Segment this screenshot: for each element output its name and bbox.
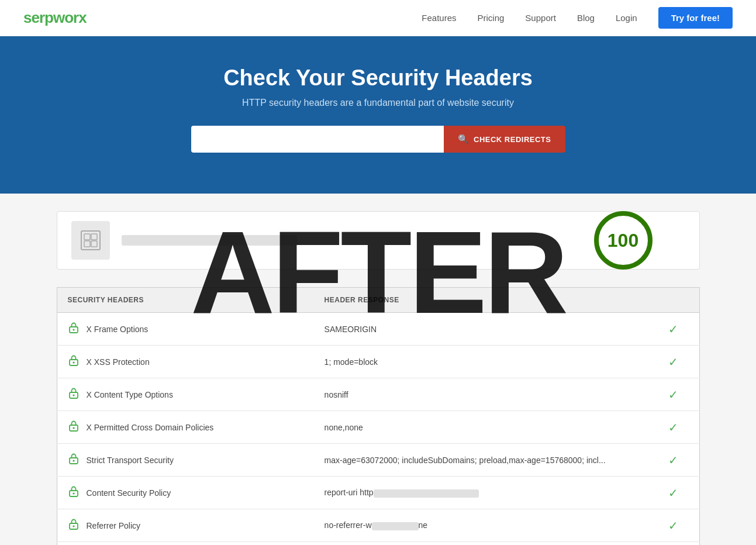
header-name: X Frame Options xyxy=(87,325,149,334)
check-icon: ✓ xyxy=(668,454,678,467)
svg-rect-18 xyxy=(73,526,74,527)
url-input[interactable] xyxy=(191,126,444,153)
score-circle: 100 xyxy=(594,211,653,270)
header-name: X Content Type Options xyxy=(87,390,173,399)
col-header-status xyxy=(648,288,699,313)
svg-rect-8 xyxy=(73,362,74,364)
header-response-cell: nosniff xyxy=(314,378,648,411)
site-icon xyxy=(71,221,110,260)
url-placeholder xyxy=(122,235,297,246)
check-cell: ✓ xyxy=(648,444,699,477)
check-icon: ✓ xyxy=(668,421,678,434)
header-response-cell: none,none xyxy=(314,411,648,444)
lock-icon xyxy=(68,419,80,435)
navbar: serpworx Features Pricing Support Blog L… xyxy=(0,0,756,36)
check-icon: ✓ xyxy=(668,519,678,532)
nav-support[interactable]: Support xyxy=(525,13,556,23)
nav-features[interactable]: Features xyxy=(422,13,456,23)
check-cell: ✓ xyxy=(648,378,699,411)
result-section: 100 xyxy=(0,194,756,287)
button-label: CHECK REDIRECTS xyxy=(474,135,551,144)
check-icon: ✓ xyxy=(668,323,678,336)
header-response-cell: geolocation=(self '), microphone=(), acc… xyxy=(314,542,648,546)
svg-rect-2 xyxy=(91,234,97,240)
check-cell: ✓ xyxy=(648,509,699,542)
table-row: X XSS Protection 1; mode=block✓ xyxy=(57,346,699,378)
hero-subtitle: HTTP security headers are a fundamental … xyxy=(12,98,744,108)
check-cell: ✓ xyxy=(648,346,699,378)
lock-icon xyxy=(68,321,80,337)
check-cell: ✓ xyxy=(648,477,699,509)
svg-rect-12 xyxy=(73,427,74,429)
table-row: Feature Policy geolocation=(self '), mic… xyxy=(57,542,699,546)
header-name-cell: X Frame Options xyxy=(57,313,314,346)
check-icon: ✓ xyxy=(668,356,678,368)
header-response-cell: report-uri http xyxy=(314,477,648,509)
header-name-cell: X Permitted Cross Domain Policies xyxy=(57,411,314,444)
nav-links: Features Pricing Support Blog Login Try … xyxy=(422,7,733,29)
lock-icon xyxy=(68,452,80,468)
svg-rect-1 xyxy=(84,234,90,240)
hero-form: 🔍 CHECK REDIRECTS xyxy=(191,126,565,153)
svg-rect-3 xyxy=(84,241,90,247)
header-name: X XSS Protection xyxy=(87,357,150,367)
nav-login[interactable]: Login xyxy=(616,13,637,23)
score-value: 100 xyxy=(607,230,638,251)
check-redirects-button[interactable]: 🔍 CHECK REDIRECTS xyxy=(444,126,565,153)
header-response-cell: 1; mode=block xyxy=(314,346,648,378)
svg-rect-14 xyxy=(73,460,74,462)
check-icon: ✓ xyxy=(668,487,678,499)
hero-title: Check Your Security Headers xyxy=(12,65,744,91)
table-row: Strict Transport Security max-age=630720… xyxy=(57,444,699,477)
check-cell: ✓ xyxy=(648,313,699,346)
col-header-security: SECURITY HEADERS xyxy=(57,288,314,313)
header-response-cell: no-referrer-wne xyxy=(314,509,648,542)
lock-icon xyxy=(68,518,80,533)
header-response-cell: max-age=63072000; includeSubDomains; pre… xyxy=(314,444,648,477)
search-icon: 🔍 xyxy=(458,134,470,144)
header-name: X Permitted Cross Domain Policies xyxy=(87,423,214,432)
check-cell: ✓ xyxy=(648,411,699,444)
table-row: Referrer Policy no-referrer-wne✓ xyxy=(57,509,699,542)
logo-black: serp xyxy=(23,9,53,26)
svg-rect-16 xyxy=(73,493,74,495)
table-row: X Content Type Options nosniff✓ xyxy=(57,378,699,411)
logo-green: worx xyxy=(53,9,87,26)
col-header-response: HEADER RESPONSE xyxy=(314,288,648,313)
header-name-cell: X Content Type Options xyxy=(57,378,314,411)
header-name: Strict Transport Security xyxy=(87,456,174,465)
header-response-cell: SAMEORIGIN xyxy=(314,313,648,346)
nav-blog[interactable]: Blog xyxy=(577,13,595,23)
svg-rect-10 xyxy=(73,395,74,396)
header-name-cell: Feature Policy xyxy=(57,542,314,546)
lock-icon xyxy=(68,485,80,501)
svg-rect-6 xyxy=(73,329,74,331)
header-name-cell: Content Security Policy xyxy=(57,477,314,509)
result-card: 100 xyxy=(57,211,700,270)
svg-rect-4 xyxy=(91,241,97,247)
header-name: Referrer Policy xyxy=(87,521,141,530)
logo: serpworx xyxy=(23,9,87,27)
security-headers-table: SECURITY HEADERS HEADER RESPONSE X Frame… xyxy=(57,287,700,545)
table-row: X Frame Options SAMEORIGIN✓ xyxy=(57,313,699,346)
table-row: X Permitted Cross Domain Policies none,n… xyxy=(57,411,699,444)
header-name-cell: Referrer Policy xyxy=(57,509,314,542)
lock-icon xyxy=(68,354,80,370)
nav-pricing[interactable]: Pricing xyxy=(478,13,505,23)
header-name-cell: Strict Transport Security xyxy=(57,444,314,477)
table-section: SECURITY HEADERS HEADER RESPONSE X Frame… xyxy=(0,287,756,545)
hero-section: Check Your Security Headers HTTP securit… xyxy=(0,36,756,194)
table-row: Content Security Policy report-uri http✓ xyxy=(57,477,699,509)
check-icon: ✓ xyxy=(668,388,678,401)
header-name-cell: X XSS Protection xyxy=(57,346,314,378)
lock-icon xyxy=(68,387,80,402)
check-cell: ✓ xyxy=(648,542,699,546)
header-name: Content Security Policy xyxy=(87,488,171,498)
try-free-button[interactable]: Try for free! xyxy=(658,7,733,29)
